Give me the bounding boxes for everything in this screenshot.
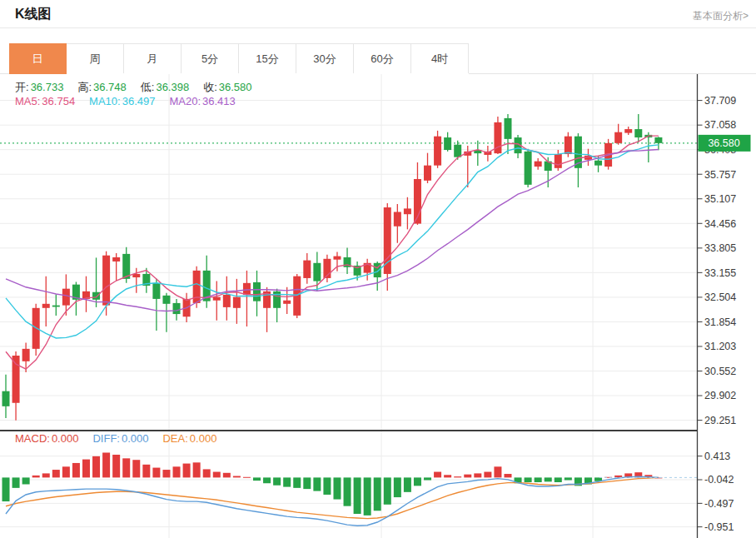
macd-bar xyxy=(112,455,120,477)
candle-body xyxy=(535,162,542,167)
svg-text:30.552: 30.552 xyxy=(704,366,736,377)
macd-bar xyxy=(424,477,431,480)
tab-4hour[interactable]: 4时 xyxy=(411,44,469,73)
candle-body xyxy=(2,391,10,406)
macd-bar xyxy=(434,472,441,478)
macd-bar xyxy=(162,470,170,477)
macd-bar xyxy=(253,477,261,481)
macd-bar xyxy=(525,477,532,482)
candle-body xyxy=(565,137,572,154)
tab-15min[interactable]: 15分 xyxy=(239,44,296,73)
macd-bar xyxy=(12,477,20,487)
candle-body xyxy=(112,257,120,262)
ma-ma20: MA20:36.413 xyxy=(169,95,235,107)
macd-bar xyxy=(303,477,311,489)
macd-bar xyxy=(464,475,471,478)
macd-bar xyxy=(42,473,50,477)
macd-bar xyxy=(102,452,110,477)
candle-body xyxy=(62,289,70,306)
macd-bar xyxy=(545,477,552,481)
candle-body xyxy=(444,137,451,150)
candle-body xyxy=(223,295,231,307)
tab-week[interactable]: 周 xyxy=(67,44,124,73)
macd-bar xyxy=(213,472,221,478)
macd-bar xyxy=(92,456,100,478)
macd-bar xyxy=(62,466,70,477)
page-title: K线图 xyxy=(15,6,52,23)
ma5-line xyxy=(6,136,659,369)
macd-bar xyxy=(565,477,572,480)
candle-body xyxy=(233,297,241,308)
tab-5min[interactable]: 5分 xyxy=(182,44,239,73)
current-price-tag: 36.580 xyxy=(699,135,751,152)
macd-bar xyxy=(444,475,451,477)
svg-text:31.203: 31.203 xyxy=(704,341,736,352)
candle-body xyxy=(525,152,532,185)
candle-body xyxy=(243,283,251,295)
macd-bar xyxy=(505,474,512,477)
svg-text:33.805: 33.805 xyxy=(704,242,736,254)
candle-body xyxy=(454,145,461,157)
macd-bar xyxy=(354,477,361,514)
candle-body xyxy=(102,256,110,306)
candle-body xyxy=(253,282,261,301)
tab-60min[interactable]: 60分 xyxy=(354,44,411,73)
candle-body xyxy=(434,137,441,166)
macd-axis: 0.413-0.042-0.497-0.951 xyxy=(698,451,734,533)
ma-ma10: MA10:36.497 xyxy=(89,95,155,107)
tab-month[interactable]: 月 xyxy=(124,44,182,73)
tab-30min[interactable]: 30分 xyxy=(296,44,354,73)
macd-bar xyxy=(273,477,281,485)
svg-text:29.251: 29.251 xyxy=(704,415,736,426)
macd-bar xyxy=(414,477,421,486)
candle-body xyxy=(424,166,431,181)
fundamental-analysis-link[interactable]: 基本面分析> xyxy=(693,9,749,23)
ma-ma5: MA5:36.754 xyxy=(15,95,75,107)
macd-bar xyxy=(293,477,301,487)
candle-body xyxy=(92,292,100,300)
kline-page: K线图 基本面分析> 日周月5分15分30分60分4时 开:36.733高:36… xyxy=(0,0,756,538)
svg-text:35.757: 35.757 xyxy=(704,169,736,181)
macd-bar xyxy=(132,460,140,477)
macd-bar xyxy=(323,477,331,495)
header-divider xyxy=(0,27,756,28)
candle-body xyxy=(173,303,181,314)
candle-body xyxy=(594,161,602,166)
macd-bar xyxy=(484,472,491,478)
candle-body xyxy=(404,208,411,214)
period-tabs: 日周月5分15分30分60分4时 xyxy=(9,43,469,74)
candle-body xyxy=(213,297,221,301)
candle-body xyxy=(22,349,30,361)
svg-text:31.854: 31.854 xyxy=(704,316,736,328)
macd-bar xyxy=(263,477,271,483)
macd-bar xyxy=(223,473,231,478)
candle-body xyxy=(634,129,642,137)
macd-histogram xyxy=(2,452,663,515)
ohlc-legend: 开:36.733高:36.748低:36.398收:36.580 xyxy=(15,80,266,95)
candle-body xyxy=(505,118,512,139)
candle-body xyxy=(624,129,632,133)
svg-text:36.580: 36.580 xyxy=(708,137,739,149)
svg-text:-0.042: -0.042 xyxy=(704,474,734,486)
ohlc-high: 高:36.748 xyxy=(77,81,126,93)
candle-body xyxy=(654,137,662,143)
macd-bar xyxy=(203,469,211,477)
candle-body xyxy=(394,212,401,226)
candle-body xyxy=(52,306,60,307)
macd-bar xyxy=(183,464,191,478)
macd-macd: MACD:0.000 xyxy=(15,432,78,445)
candle-body xyxy=(12,356,20,403)
macd-bar xyxy=(344,477,351,506)
macd-bar xyxy=(152,468,160,478)
macd-legend: MACD:0.000DIFF:0.000DEA:0.000 xyxy=(15,432,231,445)
macd-bar xyxy=(394,477,401,497)
macd-bar xyxy=(193,462,201,477)
svg-text:29.902: 29.902 xyxy=(704,390,736,401)
tab-day[interactable]: 日 xyxy=(9,43,67,74)
macd-bar xyxy=(535,477,542,482)
macd-bar xyxy=(374,477,381,511)
macd-bar xyxy=(494,466,501,477)
macd-bar xyxy=(283,477,291,486)
ohlc-low: 低:36.398 xyxy=(141,81,189,93)
macd-bar xyxy=(52,470,60,477)
